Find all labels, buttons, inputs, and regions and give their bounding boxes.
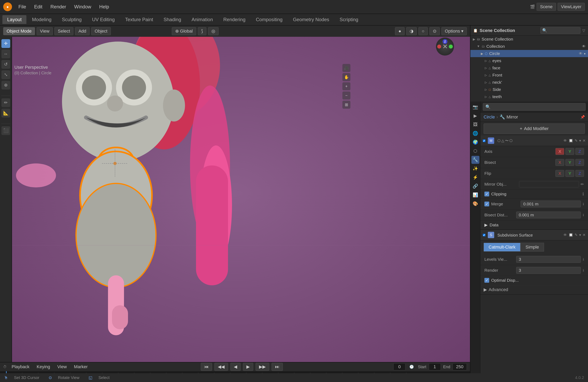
transform-tool[interactable]: ⊕ [1, 81, 10, 90]
subdiv-vis-render[interactable]: 👁 [563, 233, 567, 237]
camera-view-btn[interactable]: 🎥 [342, 64, 350, 72]
circle-eye-icon[interactable]: 👁 [579, 52, 582, 56]
scale-tool[interactable]: ⤡ [1, 70, 10, 79]
select-menu[interactable]: Select [54, 27, 73, 35]
annotate-tool[interactable]: ✏ [1, 98, 10, 107]
collection-eye-icon[interactable]: 👁 [582, 44, 586, 49]
mirror-axis-y[interactable]: Y [566, 148, 574, 155]
rotate-tool[interactable]: ↺ [1, 60, 10, 69]
props-icon-modifiers[interactable]: 🔧 [471, 156, 479, 164]
tab-texture-paint[interactable]: Texture Paint [120, 15, 158, 24]
tab-modeling[interactable]: Modeling [27, 15, 56, 24]
render-levels-input[interactable]: 3 [516, 267, 581, 274]
viewport-shading-solid[interactable]: ● [395, 27, 404, 35]
transform-global[interactable]: ⊕ Global [172, 27, 196, 35]
mirror-bisect-z[interactable]: Z [575, 159, 584, 166]
subdiv-vis-viewport[interactable]: 🔲 [568, 233, 573, 237]
props-icon-world[interactable]: 🌍 [471, 138, 479, 146]
mirror-bisect-x[interactable]: X [555, 159, 564, 166]
play-btn[interactable]: ▶ [243, 363, 253, 371]
props-icon-data[interactable]: 📊 [471, 191, 479, 199]
zoom-out-btn[interactable]: − [342, 92, 350, 99]
mirror-object-picker[interactable]: ✏ [581, 182, 584, 187]
levels-viewport-input[interactable]: 3 [516, 256, 581, 263]
circle-render-icon[interactable]: ● [584, 52, 586, 55]
menu-file[interactable]: File [15, 2, 29, 11]
collection-item-face[interactable]: ▷ △ face [470, 64, 588, 72]
overlay-btn[interactable]: ⊙ [429, 27, 440, 35]
props-icon-render[interactable]: 📷 [471, 103, 479, 111]
add-cube-tool[interactable]: ⬛ [1, 126, 10, 135]
subdiv-enable-checkbox[interactable] [483, 234, 485, 236]
breadcrumb-circle[interactable]: Circle [483, 115, 495, 120]
tab-rendering[interactable]: Rendering [218, 15, 250, 24]
modifier-edit-mode[interactable]: ✎ [575, 138, 578, 143]
props-icon-scene[interactable]: 🌐 [471, 130, 479, 137]
modifier-visibility-render[interactable]: 👁 [563, 139, 567, 143]
add-modifier-button[interactable]: + Add Modifier [483, 123, 585, 134]
modifier-visibility-viewport[interactable]: 🔲 [568, 138, 573, 143]
mirror-object-input[interactable] [519, 181, 579, 187]
menu-render[interactable]: Render [47, 2, 69, 11]
proportional-edit[interactable]: ◎ [208, 27, 219, 35]
mirror-axis-x[interactable]: X [555, 148, 564, 155]
collection-item-collection[interactable]: ▼ 🗂 Collection 👁 [470, 43, 588, 50]
object-menu[interactable]: Object [91, 27, 111, 35]
playback-menu[interactable]: Playback [9, 363, 32, 370]
viewport-shading-render[interactable]: ○ [419, 27, 428, 35]
jump-start-btn[interactable]: ⏮ [201, 363, 212, 371]
3d-viewport[interactable]: User Perspective (0) Collection | Circle… [0, 26, 470, 362]
modifier-close-btn[interactable]: ✕ [583, 138, 586, 143]
mirror-enable-checkbox[interactable] [483, 139, 485, 142]
snap-button[interactable]: ⟆ [198, 27, 206, 35]
mirror-bisect-y[interactable]: Y [566, 159, 574, 166]
props-icon-physics[interactable]: ⚡ [471, 173, 479, 181]
props-icon-material[interactable]: 🎨 [471, 200, 479, 208]
tab-uv-editing[interactable]: UV Editing [87, 15, 119, 24]
merge-value-input[interactable]: 0.001 m [521, 201, 581, 207]
pan-view-btn[interactable]: ✋ [342, 73, 350, 81]
tab-compositing[interactable]: Compositing [251, 15, 287, 24]
merge-adjust-icon[interactable]: ℹ [583, 202, 584, 206]
subdiv-edit[interactable]: ✎ [575, 233, 578, 237]
keying-menu[interactable]: Keying [34, 363, 52, 370]
end-frame-display[interactable]: 250 [453, 363, 467, 370]
prev-keyframe-btn[interactable]: ◀ [231, 363, 241, 371]
navigation-gizmo[interactable]: Z ✕ [436, 38, 454, 56]
marker-menu[interactable]: Marker [72, 363, 90, 370]
object-mode-dropdown[interactable]: Object Mode [3, 27, 35, 35]
mirror-axis-z[interactable]: Z [575, 148, 584, 155]
add-menu[interactable]: Add [75, 27, 90, 35]
zoom-in-btn[interactable]: + [342, 82, 350, 90]
viewport-shading-mat[interactable]: ◑ [406, 27, 417, 35]
optimal-disp-checkbox[interactable]: ✓ [484, 278, 489, 283]
advanced-toggle[interactable]: ▶ Advanced [480, 285, 588, 294]
measure-tool[interactable]: 📐 [1, 109, 10, 117]
outliner-search[interactable] [540, 27, 580, 34]
prev-frame-btn[interactable]: ◀◀ [214, 363, 228, 371]
modifier-search[interactable] [483, 103, 586, 111]
modifier-expand-toggle[interactable]: ▾ [579, 138, 581, 143]
outliner-filter[interactable]: ▽ [582, 28, 585, 33]
bisect-dist-input[interactable]: 0.001 m [516, 211, 581, 218]
menu-edit[interactable]: Edit [31, 2, 46, 11]
subdiv-expand[interactable]: ▾ [579, 233, 581, 237]
tab-shading[interactable]: Shading [159, 15, 186, 24]
menu-help[interactable]: Help [96, 2, 112, 11]
collection-item-eyes[interactable]: ▷ △ eyes [470, 57, 588, 64]
props-icon-object[interactable]: ⬡ [471, 147, 479, 155]
cursor-tool[interactable]: ✛ [1, 39, 10, 48]
view-menu[interactable]: View [37, 27, 53, 35]
collection-item-teeth[interactable]: ▷ △ teeth [470, 93, 588, 100]
tab-animation[interactable]: Animation [187, 15, 218, 24]
simple-btn[interactable]: Simple [520, 243, 544, 251]
props-icon-particles[interactable]: ✨ [471, 165, 479, 173]
move-tool[interactable]: ↔ [1, 50, 10, 58]
timeline-view-menu[interactable]: View [55, 363, 69, 370]
props-icon-constraints[interactable]: 🔗 [471, 182, 479, 190]
current-frame-display[interactable]: 0 [393, 363, 405, 370]
tab-scripting[interactable]: Scripting [335, 15, 363, 24]
scene-dropdown[interactable]: Scene [537, 3, 556, 11]
props-icon-view[interactable]: 🖼 [471, 121, 479, 129]
mirror-data-row[interactable]: ▶ Data [480, 221, 588, 229]
